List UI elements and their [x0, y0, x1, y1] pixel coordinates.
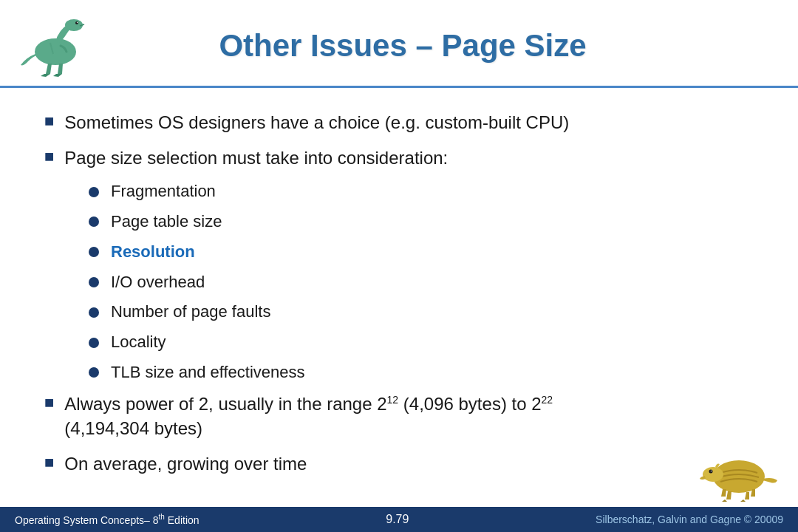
sub-bullet-text: I/O overhead: [111, 271, 205, 294]
sub-bullet-item: TLB size and effectiveness: [89, 361, 754, 384]
sub-bullet-item: I/O overhead: [89, 271, 754, 294]
sub-bullet-text: Fragmentation: [111, 180, 216, 203]
dino-bottom-right-icon: [695, 436, 783, 502]
sub-bullet-item: Page table size: [89, 211, 754, 233]
sub-bullets-list: FragmentationPage table sizeResolutionI/…: [89, 180, 754, 384]
bullet-4: ■ On average, growing over time: [44, 451, 754, 477]
footer-copyright: Silberschatz, Galvin and Gagne © 20009: [596, 514, 783, 525]
sub-bullet-text: Resolution: [111, 241, 195, 264]
sub-bullet-icon: [89, 338, 99, 348]
footer-page: 9.79: [386, 513, 409, 526]
sub-bullet-icon: [89, 216, 99, 227]
svg-point-1: [65, 19, 83, 31]
svg-point-2: [75, 21, 78, 24]
svg-point-5: [703, 467, 723, 482]
slide: Other Issues – Page Size ■ Sometimes OS …: [0, 0, 798, 532]
footer-edition: Operating System Concepts– 8th Edition: [15, 513, 200, 526]
bullet-2: ■ Page size selection must take into con…: [44, 146, 754, 171]
sub-bullet-item: Locality: [89, 331, 754, 354]
sub-bullet-text: Page table size: [111, 211, 222, 233]
sub-bullet-icon: [89, 247, 99, 257]
dino-top-left-icon: [15, 13, 96, 78]
svg-point-0: [35, 38, 76, 65]
svg-point-7: [711, 471, 712, 472]
content-area: ■ Sometimes OS designers have a choice (…: [0, 88, 798, 507]
bullet-2-text: Page size selection must take into consi…: [64, 146, 448, 171]
slide-title: Other Issues – Page Size: [96, 28, 768, 64]
sub-bullet-icon: [89, 277, 99, 287]
dino-bottom-right: [695, 436, 783, 502]
sub-bullet-item: Resolution: [89, 241, 754, 264]
bullet-2-icon: ■: [44, 147, 54, 166]
footer: Operating System Concepts– 8th Edition 9…: [0, 507, 798, 532]
bullet-3-text: Always power of 2, usually in the range …: [64, 392, 553, 441]
bullet-4-text: On average, growing over time: [64, 451, 307, 477]
svg-point-3: [77, 22, 78, 23]
sub-bullet-icon: [89, 307, 99, 318]
bullet-1: ■ Sometimes OS designers have a choice (…: [44, 110, 754, 135]
bullet-4-icon: ■: [44, 453, 54, 472]
sub-bullet-text: Number of page faults: [111, 301, 270, 324]
sub-bullet-item: Number of page faults: [89, 301, 754, 324]
sub-bullet-item: Fragmentation: [89, 180, 754, 203]
bullet-3-icon: ■: [44, 393, 54, 412]
sub-bullet-text: Locality: [111, 331, 166, 354]
sub-bullet-icon: [89, 367, 99, 378]
bullet-3: ■ Always power of 2, usually in the rang…: [44, 392, 754, 441]
bullet-1-text: Sometimes OS designers have a choice (e.…: [64, 110, 569, 135]
sub-bullet-icon: [89, 187, 99, 197]
header: Other Issues – Page Size: [0, 0, 798, 88]
sub-bullet-text: TLB size and effectiveness: [111, 361, 305, 384]
bullet-1-icon: ■: [44, 112, 54, 131]
